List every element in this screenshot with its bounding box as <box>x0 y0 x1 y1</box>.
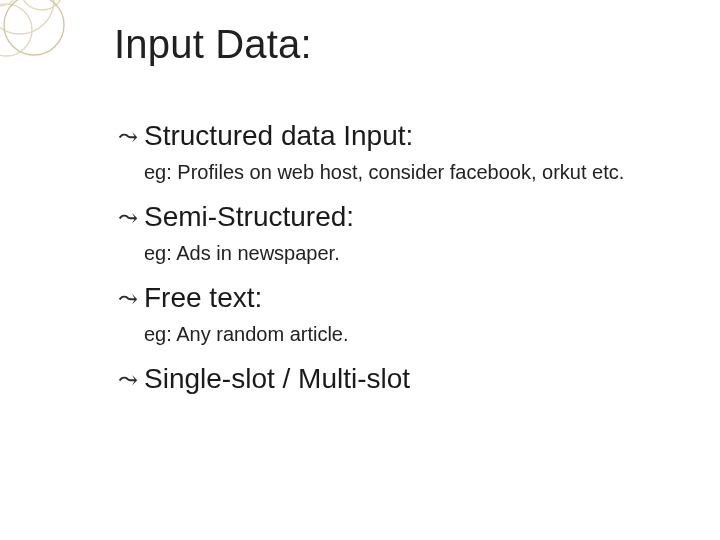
bullet-arrow-icon: ⤳ <box>118 125 144 149</box>
bullet-arrow-icon: ⤳ <box>118 287 144 311</box>
bullet-label: Free text: <box>144 280 262 315</box>
slide: Input Data: ⤳ Structured data Input: eg:… <box>0 0 720 540</box>
bullet-arrow-icon: ⤳ <box>118 368 144 392</box>
svg-point-3 <box>4 0 64 55</box>
bullet-label: Semi-Structured: <box>144 199 354 234</box>
bullet-subtext: eg: Ads in newspaper. <box>144 240 660 266</box>
svg-point-1 <box>20 0 64 10</box>
bullet-subtext: eg: Any random article. <box>144 321 660 347</box>
slide-body: ⤳ Structured data Input: eg: Profiles on… <box>118 118 660 396</box>
slide-title: Input Data: <box>114 22 312 67</box>
bullet-item: ⤳ Semi-Structured: <box>118 199 660 234</box>
bullet-item: ⤳ Structured data Input: <box>118 118 660 153</box>
bullet-subtext: eg: Profiles on web host, consider faceb… <box>144 159 660 185</box>
svg-point-0 <box>0 0 54 34</box>
corner-decoration <box>0 0 80 80</box>
bullet-arrow-icon: ⤳ <box>118 206 144 230</box>
svg-point-4 <box>0 0 18 6</box>
bullet-label: Structured data Input: <box>144 118 413 153</box>
bullet-label: Single-slot / Multi-slot <box>144 361 410 396</box>
bullet-item: ⤳ Single-slot / Multi-slot <box>118 361 660 396</box>
bullet-item: ⤳ Free text: <box>118 280 660 315</box>
svg-point-2 <box>0 4 32 56</box>
